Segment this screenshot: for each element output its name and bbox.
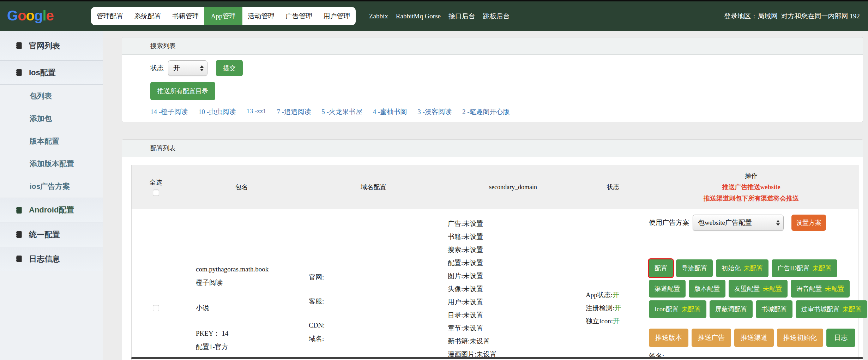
sidebar-subitem-ios-ad-plan[interactable]: ios广告方案 [0,175,103,198]
secondary-domain-line: 目录:未设置 [448,308,582,322]
push-buttons-row: 推送版本 推送广告 推送渠道 推送初始化 日志 [649,329,858,347]
domain-cdn: CDN: [309,319,444,332]
package-link[interactable]: 7 -追追阅读 [277,107,311,116]
not-configured-badge: 未配置 [813,264,832,272]
version-config-button[interactable]: 版本配置 [689,280,725,298]
horizontal-scrollbar[interactable] [131,357,863,359]
submit-button[interactable]: 提交 [216,60,243,76]
ad-plan-row: 使用广告方案 包website广告配置 设置方案 [649,214,858,231]
column-header-secondary-domain: secondary_domain [444,165,582,209]
bookstore-config-button[interactable]: 书城配置 [756,300,792,318]
config-button[interactable]: 配置 [649,259,673,277]
push-all-config-button[interactable]: 推送所有配置目录 [150,82,215,100]
init-config-button[interactable]: 初始化未配置 [716,259,768,277]
push-init-button[interactable]: 推送初始化 [777,329,823,347]
status-select[interactable]: 开 [168,60,207,76]
package-links-row: 14 -橙子阅读 10 -虫虫阅读 13 -zz1 7 -追追阅读 5 -火龙果… [150,107,510,116]
blockword-config-button[interactable]: 屏蔽词配置 [710,300,753,318]
voice-config-button[interactable]: 语音配置未配置 [791,280,850,298]
independent-icon-label: 独立Icon: [586,317,613,325]
register-check-value: 开 [614,304,621,312]
push-version-button[interactable]: 推送版本 [649,329,688,347]
sidebar-ios-submenu: 包列表 添加包 版本配置 添加版本配置 ios广告方案 [0,85,103,198]
menu-item-user-management[interactable]: 用户管理 [318,7,356,25]
ad-id-config-button[interactable]: 广告ID配置未配置 [772,259,837,277]
menu-item-app-management[interactable]: App管理 [204,7,242,25]
package-header-label: 包名 [235,183,248,191]
secondary-domain-line: 配置:未设置 [448,256,582,269]
package-link[interactable]: 5 -火龙果书屋 [321,107,362,116]
package-link[interactable]: 3 -漫客阅读 [417,107,452,116]
umeng-config-button[interactable]: 友盟配置未配置 [729,280,788,298]
sidebar-item-label: Android配置 [29,205,74,215]
logo-letter: e [46,8,54,24]
login-region-text: 登录地区：局域网_对方和您在同一内部网 192 [724,7,860,25]
secondary-domain-line: 广告:未设置 [448,217,582,230]
icon-config-button[interactable]: Icon配置未配置 [649,300,706,318]
domain-support: 客服: [309,295,444,308]
push-ad-button[interactable]: 推送广告 [692,329,731,347]
select-all-label: 全选 [150,178,162,187]
channel-config-button[interactable]: 渠道配置 [649,280,686,298]
sidebar-subitem-add-version-config[interactable]: 添加版本配置 [0,152,103,175]
sidebar-subitem-version-config[interactable]: 版本配置 [0,130,103,152]
select-all-checkbox[interactable] [153,190,159,196]
button-label: 导流配置 [682,264,707,272]
column-header-domain: 域名配置 [303,165,444,209]
menu-item-book-management[interactable]: 书籍管理 [167,7,204,25]
link-api-backend[interactable]: 接口后台 [448,12,475,21]
logo-letter: l [42,8,46,24]
independent-icon-line: 独立Icon:开 [586,314,644,328]
row-checkbox[interactable] [153,305,159,311]
link-jump-backend[interactable]: 跳板后台 [483,12,510,21]
menu-item-admin-config[interactable]: 管理配置 [91,7,129,25]
book-icon [15,206,23,214]
secondary-domain-line: 章节:未设置 [448,322,582,335]
sidebar-item-label: 统一配置 [29,229,60,240]
app-status-value: 开 [613,291,619,299]
menu-item-ad-management[interactable]: 广告管理 [280,7,318,25]
package-link[interactable]: 14 -橙子阅读 [150,107,188,116]
logo-letter: G [7,8,18,24]
sidebar-subitem-add-package[interactable]: 添加包 [0,107,103,130]
sidebar-item-unified-config[interactable]: 统一配置 [0,222,103,247]
config-panel-title: 配置列表 [150,144,176,152]
logo-letter: g [34,8,42,24]
status-select-value: 开 [173,64,180,73]
sidebar-subitem-package-list[interactable]: 包列表 [0,85,103,107]
package-link[interactable]: 4 -蜜柚书阁 [373,107,407,116]
secondary-domain-line: 新书籍:未设置 [448,335,582,348]
independent-icon-value: 开 [613,317,620,325]
link-zabbix[interactable]: Zabbix [369,12,388,20]
package-category: 小说 [196,301,303,315]
set-plan-button[interactable]: 设置方案 [791,215,826,231]
button-label: 配置 [655,264,667,272]
package-link[interactable]: 2 -笔趣阁开心版 [462,107,510,116]
config-buttons-row-1: 配置 导流配置 初始化未配置 广告ID配置未配置 [649,259,858,277]
link-rabbitmq-gorse[interactable]: RabbitMq Gorse [396,12,441,20]
menu-item-activity-management[interactable]: 活动管理 [242,7,280,25]
domain-name: 域名: [309,332,444,346]
ad-plan-select[interactable]: 包website广告配置 [693,215,784,231]
log-button[interactable]: 日志 [826,329,855,347]
not-configured-badge: 未配置 [843,305,862,313]
review-bookstore-config-button[interactable]: 过审书城配置未配置 [796,300,867,318]
sidebar-item-ios-config[interactable]: Ios配置 [0,61,103,85]
package-link[interactable]: 10 -虫虫阅读 [198,107,236,116]
button-label: 语音配置 [796,284,822,293]
package-cell: com.pythagoras.math.book 橙子阅读 小说 PKEY： 1… [180,209,303,360]
sidebar-item-android-config[interactable]: Android配置 [0,198,103,222]
sidebar: 官网列表 Ios配置 包列表 添加包 版本配置 添加版本配置 ios广告方案 A… [0,31,103,360]
package-id: com.pythagoras.math.book [196,263,303,276]
window-top-strip [0,0,868,1]
sidebar-item-log-info[interactable]: 日志信息 [0,247,103,271]
menu-item-system-config[interactable]: 系统配置 [129,7,167,25]
sidebar-item-site-list[interactable]: 官网列表 [0,31,103,61]
status-filter-row: 状态 开 提交 [150,60,243,76]
diversion-config-button[interactable]: 导流配置 [676,259,713,277]
search-panel-title: 搜索列表 [150,42,176,50]
push-channel-button[interactable]: 推送渠道 [734,329,774,347]
admin-page: { "colors": { "navbar_green": "#2b4233",… [0,0,868,360]
logo-letter: o [26,8,34,24]
package-link[interactable]: 13 -zz1 [246,107,266,116]
